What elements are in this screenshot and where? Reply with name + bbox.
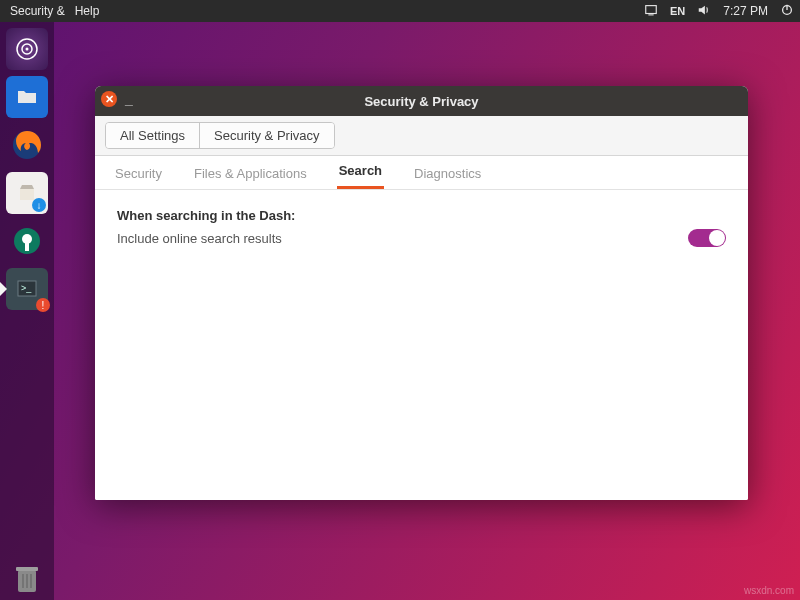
include-online-label: Include online search results	[117, 231, 688, 246]
firefox-icon[interactable]	[6, 124, 48, 166]
breadcrumb: All Settings Security & Privacy	[105, 122, 335, 149]
launcher-dock: ↓ >_ !	[0, 22, 54, 600]
software-icon[interactable]: ↓	[6, 172, 48, 214]
tab-diagnostics[interactable]: Diagnostics	[412, 158, 483, 189]
tab-bar: Security Files & Applications Search Dia…	[95, 156, 748, 190]
svg-rect-8	[20, 189, 34, 200]
svg-text:>_: >_	[21, 283, 32, 293]
top-menu-bar: Security & Help EN 7:27 PM	[0, 0, 800, 22]
network-icon[interactable]	[644, 3, 658, 20]
include-online-toggle[interactable]	[688, 229, 726, 247]
breadcrumb-all-settings[interactable]: All Settings	[106, 123, 199, 148]
trash-icon[interactable]	[6, 558, 48, 600]
files-icon[interactable]	[6, 76, 48, 118]
window-title: Security & Privacy	[364, 94, 478, 109]
toggle-knob	[709, 230, 725, 246]
minimize-icon[interactable]: _	[125, 91, 133, 107]
settings-window: ✕ _ Security & Privacy All Settings Secu…	[95, 86, 748, 500]
svg-point-6	[26, 48, 29, 51]
window-titlebar[interactable]: ✕ _ Security & Privacy	[95, 86, 748, 116]
menu-security[interactable]: Security &	[6, 4, 69, 18]
svg-rect-11	[25, 243, 29, 251]
search-heading: When searching in the Dash:	[117, 208, 726, 223]
close-icon[interactable]: ✕	[101, 91, 117, 107]
clock[interactable]: 7:27 PM	[723, 4, 768, 18]
keyboard-lang[interactable]: EN	[670, 5, 685, 17]
settings-icon[interactable]	[6, 220, 48, 262]
tab-files-applications[interactable]: Files & Applications	[192, 158, 309, 189]
svg-rect-1	[648, 14, 653, 15]
dash-icon[interactable]	[6, 28, 48, 70]
terminal-icon[interactable]: >_ !	[6, 268, 48, 310]
volume-icon[interactable]	[697, 3, 711, 20]
breadcrumb-current[interactable]: Security & Privacy	[199, 123, 333, 148]
tab-search[interactable]: Search	[337, 155, 384, 189]
toolbar: All Settings Security & Privacy	[95, 116, 748, 156]
content-panel: When searching in the Dash: Include onli…	[95, 190, 748, 500]
svg-point-10	[22, 234, 32, 244]
power-icon[interactable]	[780, 3, 794, 20]
svg-rect-15	[16, 567, 38, 571]
tab-security[interactable]: Security	[113, 158, 164, 189]
watermark: wsxdn.com	[744, 585, 794, 596]
menu-help[interactable]: Help	[71, 4, 104, 18]
svg-rect-0	[646, 5, 657, 13]
